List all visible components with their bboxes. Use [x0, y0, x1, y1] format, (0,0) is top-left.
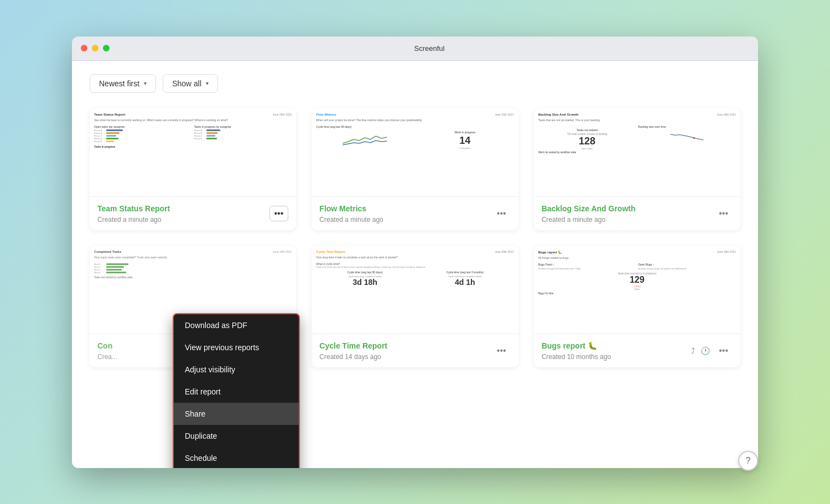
context-menu: Download as PDF View previous reports Ad…: [173, 313, 300, 468]
content-area: Newest first ▾ Show all ▾ Team Status Re…: [72, 61, 758, 468]
help-button[interactable]: ?: [738, 451, 758, 471]
close-button[interactable]: [81, 45, 87, 51]
svg-point-0: [693, 137, 695, 138]
report-card-backlog: Backlog Size And Growth June 29th 2021 T…: [534, 108, 740, 230]
reports-grid: Team Status Report June 29th 2021 See wh…: [90, 108, 740, 367]
more-button-backlog[interactable]: •••: [714, 206, 733, 221]
context-menu-item-view-previous[interactable]: View previous reports: [174, 336, 299, 358]
report-thumbnail-bugs[interactable]: Bugs report 🐛 June 29th 2021 All things …: [534, 246, 740, 334]
more-button-cycle[interactable]: •••: [492, 344, 511, 358]
report-info-cycle: Cycle Time Report Created 14 days ago ••…: [312, 334, 518, 367]
report-title-flow[interactable]: Flow Metrics: [319, 204, 366, 213]
report-icons-bugs: ⤴ 🕐 •••: [690, 344, 733, 358]
report-info-flow: Flow Metrics Created a minute ago •••: [312, 197, 518, 230]
more-button-bugs[interactable]: •••: [714, 344, 733, 358]
report-age-backlog: Created a minute ago: [542, 216, 605, 224]
more-button-flow[interactable]: •••: [492, 206, 511, 221]
report-age-completed: Crea...: [97, 353, 117, 361]
report-age-cycle: Created 14 days ago: [319, 353, 381, 361]
filter-arrow-icon: ▾: [206, 80, 209, 86]
schedule-icon-bugs[interactable]: 🕐: [699, 345, 711, 356]
context-menu-item-edit-report[interactable]: Edit report: [174, 381, 299, 403]
report-title-team-status[interactable]: Team Status Report: [97, 204, 170, 213]
context-menu-item-schedule[interactable]: Schedule: [174, 447, 299, 468]
more-button-team-status[interactable]: •••: [269, 206, 289, 221]
report-thumbnail-flow[interactable]: Flow Metrics June 29th 2021 When will yo…: [312, 108, 518, 197]
sort-arrow-icon: ▾: [144, 80, 147, 86]
report-card-flow-metrics: Flow Metrics June 29th 2021 When will yo…: [312, 108, 518, 230]
report-thumbnail-team-status[interactable]: Team Status Report June 29th 2021 See wh…: [90, 108, 296, 197]
context-menu-item-share[interactable]: Share: [174, 403, 299, 425]
titlebar: Screenful: [72, 37, 758, 61]
report-thumbnail-backlog[interactable]: Backlog Size And Growth June 29th 2021 T…: [534, 108, 740, 197]
toolbar: Newest first ▾ Show all ▾: [90, 74, 740, 93]
report-info-team-status: Team Status Report Created a minute ago …: [90, 197, 296, 230]
report-title-bugs[interactable]: Bugs report 🐛: [542, 341, 597, 350]
filter-label: Show all: [172, 79, 201, 88]
report-title-backlog[interactable]: Backlog Size And Growth: [542, 204, 636, 213]
report-age-team-status: Created a minute ago: [97, 216, 161, 224]
report-card-bugs: Bugs report 🐛 June 29th 2021 All things …: [534, 246, 740, 367]
sort-label: Newest first: [99, 79, 139, 88]
minimize-button[interactable]: [92, 45, 98, 51]
report-age-bugs: Created 10 months ago: [542, 353, 611, 361]
sort-dropdown[interactable]: Newest first ▾: [90, 74, 156, 93]
window-title: Screenful: [110, 44, 749, 53]
report-info-backlog: Backlog Size And Growth Created a minute…: [534, 197, 740, 230]
main-window: Screenful Newest first ▾ Show all ▾ Team…: [72, 37, 758, 468]
report-title-cycle[interactable]: Cycle Time Report: [319, 341, 387, 350]
report-thumbnail-cycle[interactable]: Cycle Time Report June 29th 2021 How lon…: [312, 246, 518, 334]
context-menu-item-adjust-visibility[interactable]: Adjust visibility: [174, 358, 299, 381]
filter-dropdown[interactable]: Show all ▾: [163, 74, 218, 93]
report-title-completed[interactable]: Con: [97, 341, 112, 350]
report-info-bugs: Bugs report 🐛 Created 10 months ago ⤴ 🕐 …: [534, 334, 740, 367]
report-card-team-status: Team Status Report June 29th 2021 See wh…: [90, 108, 296, 230]
report-age-flow: Created a minute ago: [319, 216, 383, 224]
share-icon-bugs[interactable]: ⤴: [690, 345, 696, 356]
maximize-button[interactable]: [103, 45, 110, 51]
traffic-lights: [81, 45, 110, 51]
report-card-cycle-time: Cycle Time Report June 29th 2021 How lon…: [312, 246, 518, 367]
context-menu-item-duplicate[interactable]: Duplicate: [174, 425, 299, 447]
context-menu-item-download-pdf[interactable]: Download as PDF: [174, 314, 299, 336]
